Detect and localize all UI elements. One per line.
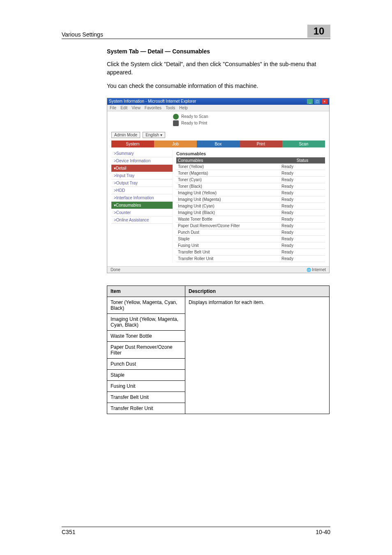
- status-scan-text: Ready to Scan: [181, 114, 208, 119]
- row-toner-yellow: Toner (Yellow): [176, 164, 280, 170]
- row-transfer-belt: Transfer Belt Unit: [176, 249, 280, 255]
- footer-page-number: 10-40: [316, 529, 330, 535]
- scan-ready-icon: [173, 114, 179, 120]
- status-cell: Ready: [280, 242, 325, 249]
- consumables-table: Consumables Status Toner (Yellow)Ready T…: [176, 157, 325, 262]
- tab-job[interactable]: Job: [154, 140, 197, 147]
- page-header: Various Settings 10: [62, 25, 330, 39]
- row-toner-black: Toner (Black): [176, 183, 280, 189]
- sidebar-item-counter[interactable]: >Counter: [111, 209, 173, 216]
- status-print-text: Ready to Print: [181, 121, 207, 125]
- row-iu-black: Imaging Unit (Black): [176, 209, 280, 216]
- browser-statusbar: Done Internet: [107, 266, 329, 273]
- sidebar-item-input-tray[interactable]: >Input Tray: [111, 172, 173, 180]
- status-cell: Ready: [280, 183, 325, 189]
- status-cell: Ready: [280, 255, 325, 262]
- desc-item-imaging: Imaging Unit (Yellow, Magenta, Cyan, Bla…: [107, 313, 185, 330]
- embedded-screenshot: System Information - Microsoft Internet …: [107, 98, 330, 273]
- tab-print[interactable]: Print: [240, 140, 282, 147]
- sidebar-item-hdd[interactable]: >HDD: [111, 187, 173, 194]
- maximize-icon[interactable]: □: [314, 99, 320, 104]
- sidebar-item-detail[interactable]: ▾Detail: [111, 165, 173, 172]
- status-cell: Ready: [280, 196, 325, 203]
- status-cell: Ready: [280, 229, 325, 235]
- status-cell: Ready: [280, 203, 325, 209]
- status-cell: Ready: [280, 222, 325, 229]
- window-buttons: _ □ ×: [307, 99, 327, 104]
- status-print: Ready to Print: [173, 120, 325, 126]
- menu-edit[interactable]: Edit: [120, 106, 127, 110]
- sidebar-item-output-tray[interactable]: >Output Tray: [111, 180, 173, 187]
- desc-description-text: Displays information for each item.: [185, 297, 330, 414]
- desc-item-roller: Transfer Roller Unit: [107, 403, 185, 414]
- row-paper-dust: Paper Dust Remover/Ozone Filter: [176, 222, 280, 229]
- sidebar-item-interface-info[interactable]: >Interface Information: [111, 194, 173, 202]
- status-scan: Ready to Scan: [173, 114, 325, 120]
- language-select[interactable]: English ▾: [143, 132, 165, 138]
- col-consumables: Consumables: [176, 157, 280, 164]
- tab-system[interactable]: System: [111, 140, 154, 147]
- row-waste-toner: Waste Toner Bottle: [176, 216, 280, 222]
- description-table: Item Description Toner (Yellow, Magenta,…: [107, 286, 330, 414]
- panel-heading: Consumables: [176, 150, 325, 157]
- desc-header-description: Description: [185, 286, 330, 297]
- sidebar-item-consumables[interactable]: ▾Consumables: [111, 202, 173, 209]
- row-toner-cyan: Toner (Cyan): [176, 176, 280, 183]
- row-fusing-unit: Fusing Unit: [176, 242, 280, 249]
- page-footer: C351 10-40: [62, 527, 330, 535]
- col-status: Status: [280, 157, 325, 164]
- status-done: Done: [111, 267, 120, 272]
- paragraph-1: Click the System click "Detail", and the…: [107, 60, 330, 76]
- row-iu-cyan: Imaging Unit (Cyan): [176, 203, 280, 209]
- sidebar-item-summary[interactable]: >Summary: [111, 150, 173, 157]
- status-cell: Ready: [280, 189, 325, 196]
- close-icon[interactable]: ×: [322, 99, 327, 104]
- menu-help[interactable]: Help: [179, 106, 188, 110]
- row-transfer-roller: Transfer Roller Unit: [176, 255, 280, 262]
- tab-scan[interactable]: Scan: [282, 140, 325, 147]
- row-punch-dust: Punch Dust: [176, 229, 280, 235]
- status-cell: Ready: [280, 209, 325, 216]
- header-section-title: Various Settings: [62, 31, 103, 38]
- sidebar: >Summary >Device Information ▾Detail >In…: [111, 150, 173, 262]
- sidebar-item-online-assist[interactable]: >Online Assistance: [111, 216, 173, 224]
- row-staple: Staple: [176, 235, 280, 242]
- admin-mode-button[interactable]: Admin Mode: [111, 132, 140, 138]
- desc-header-item: Item: [107, 286, 185, 297]
- window-titlebar: System Information - Microsoft Internet …: [107, 98, 329, 105]
- status-cell: Ready: [280, 176, 325, 183]
- row-toner-magenta: Toner (Magenta): [176, 170, 280, 176]
- paragraph-2: You can check the consumable information…: [107, 82, 330, 90]
- desc-item-paper-dust: Paper Dust Remover/Ozone Filter: [107, 341, 185, 358]
- desc-item-fusing: Fusing Unit: [107, 380, 185, 391]
- header-chapter-number: 10: [307, 25, 330, 38]
- sidebar-item-device-info[interactable]: >Device Information: [111, 157, 173, 165]
- desc-item-punch-dust: Punch Dust: [107, 358, 185, 369]
- tab-row: System Job Box Print Scan: [111, 140, 325, 147]
- menu-tools[interactable]: Tools: [166, 106, 175, 110]
- desc-item-waste: Waste Toner Bottle: [107, 330, 185, 341]
- status-zone: Internet: [307, 267, 326, 272]
- printer-icon: [173, 120, 179, 126]
- tab-box[interactable]: Box: [197, 140, 240, 147]
- minimize-icon[interactable]: _: [307, 99, 313, 104]
- desc-item-toner: Toner (Yellow, Magenta, Cyan, Black): [107, 297, 185, 313]
- status-cell: Ready: [280, 249, 325, 255]
- menu-file[interactable]: File: [110, 106, 116, 110]
- row-iu-yellow: Imaging Unit (Yellow): [176, 189, 280, 196]
- section-title: System Tab — Detail — Consumables: [107, 48, 330, 55]
- main-panel: Consumables Consumables Status Toner (Ye…: [173, 150, 325, 262]
- status-cell: Ready: [280, 164, 325, 170]
- row-iu-magenta: Imaging Unit (Magenta): [176, 196, 280, 203]
- desc-item-staple: Staple: [107, 369, 185, 380]
- menu-view[interactable]: View: [131, 106, 141, 110]
- status-cell: Ready: [280, 235, 325, 242]
- window-title: System Information - Microsoft Internet …: [109, 99, 196, 104]
- menu-favorites[interactable]: Favorites: [145, 106, 161, 110]
- status-cell: Ready: [280, 170, 325, 176]
- footer-model: C351: [62, 529, 75, 535]
- desc-item-belt: Transfer Belt Unit: [107, 391, 185, 403]
- browser-menubar: File Edit View Favorites Tools Help: [107, 105, 329, 111]
- status-cell: Ready: [280, 216, 325, 222]
